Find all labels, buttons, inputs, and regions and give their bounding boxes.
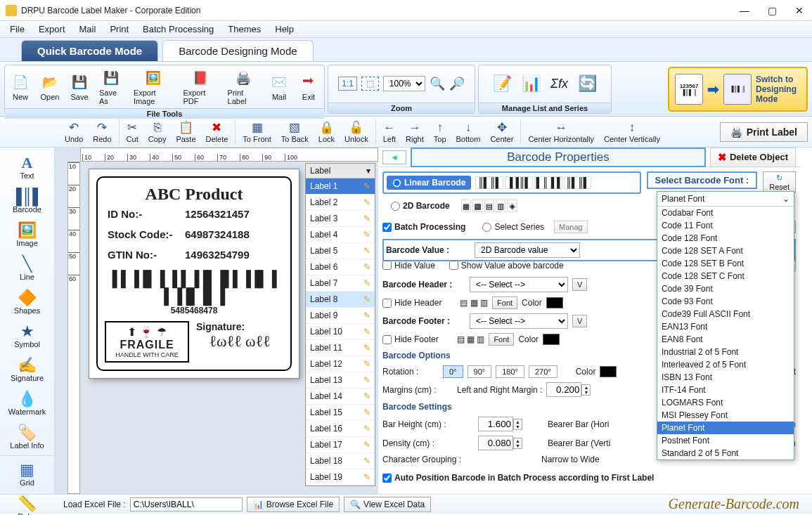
align-top-button[interactable]: ↑Top [430, 119, 451, 145]
saveas-button[interactable]: 💾Save As [96, 67, 127, 107]
footer-select[interactable]: <-- Select --> [470, 313, 568, 329]
menu-print[interactable]: Print [103, 22, 136, 37]
font-option[interactable]: Code 93 Font [657, 295, 794, 308]
label-list-item[interactable]: Label 3✎ [306, 211, 375, 227]
rot-90[interactable]: 90° [468, 365, 492, 378]
redo-button[interactable]: ↷Redo [89, 119, 115, 145]
tab-quick-barcode[interactable]: Quick Barcode Mode [21, 40, 158, 61]
tool-shapes[interactable]: 🔶Shapes [0, 285, 54, 319]
label-list-item[interactable]: Label 19✎ [306, 469, 375, 485]
zoom-in-icon[interactable]: 🔍 [430, 76, 445, 91]
align-right-button[interactable]: →Right [401, 119, 428, 145]
show-above-check[interactable]: Show Value above barcode [449, 261, 564, 270]
to-front-button[interactable]: ▦To Front [238, 119, 275, 145]
hide-header-check[interactable]: Hide Header [382, 298, 442, 308]
label-list-item[interactable]: Label 16✎ [306, 421, 375, 437]
linear-barcode-radio[interactable]: Linear Barcode [387, 176, 471, 190]
label-list-item[interactable]: Label 1✎ [306, 178, 375, 195]
zoom-out-icon[interactable]: 🔎 [449, 76, 465, 91]
tab-designing[interactable]: Barcode Designing Mode [162, 40, 313, 61]
close-button[interactable]: ✕ [792, 5, 806, 16]
barcode-font-dropdown[interactable]: Planet Font⌄ Codabar FontCode 11 FontCod… [657, 191, 794, 460]
save-button[interactable]: 💾Save [67, 71, 92, 103]
label-list-item[interactable]: Label 8✎ [306, 292, 375, 308]
label-list-item[interactable]: Label 4✎ [306, 227, 375, 243]
browse-excel-button[interactable]: 📊Browse Excel File [247, 497, 340, 512]
open-button[interactable]: 📂Open [37, 71, 63, 103]
header-select[interactable]: <-- Select --> [470, 277, 568, 292]
menu-export[interactable]: Export [32, 22, 72, 37]
exit-button[interactable]: ⮕Exit [296, 71, 321, 103]
font-option[interactable]: Standard 2 of 5 Font [657, 447, 794, 459]
tool-image[interactable]: 🖼️Image [0, 218, 54, 252]
export-pdf-button[interactable]: 📕Export PDF [180, 67, 220, 107]
unlock-button[interactable]: 🔓Unlock [340, 119, 373, 145]
header-color-swatch[interactable] [546, 297, 563, 308]
label-list-item[interactable]: Label 2✎ [306, 195, 375, 211]
font-option[interactable]: Industrial 2 of 5 Font [657, 346, 794, 358]
export-image-button[interactable]: 🖼️Export Image [131, 67, 176, 107]
hide-footer-check[interactable]: Hide Footer [382, 334, 439, 344]
label-list-item[interactable]: Label 18✎ [306, 453, 375, 469]
series-fx-icon[interactable]: Σfx [550, 77, 568, 91]
density-spinner[interactable]: ▲▼ [478, 436, 522, 450]
delete-button[interactable]: ✖Delete [202, 119, 233, 145]
rot-180[interactable]: 180° [496, 365, 524, 378]
footer-v-button[interactable]: V [572, 315, 587, 327]
bar-height-spinner[interactable]: ▲▼ [478, 417, 522, 431]
copy-button[interactable]: ⎘Copy [144, 119, 171, 145]
tool-grid[interactable]: ▦Grid [0, 457, 54, 491]
label-list-item[interactable]: Label 17✎ [306, 437, 375, 453]
label-list-item[interactable]: Label 13✎ [306, 372, 375, 389]
tool-signature[interactable]: ✍️Signature [0, 353, 54, 386]
label-list-item[interactable]: Label 20✎ [306, 485, 375, 486]
batch-processing-check[interactable]: Batch Processing [382, 222, 465, 232]
center-horiz-button[interactable]: ↔Center Horizontally [524, 119, 598, 145]
manage-button[interactable]: Manag [554, 221, 588, 233]
zoom-fit-icon[interactable]: 1:1 [338, 77, 357, 91]
mail-button[interactable]: ✉️Mail [266, 71, 292, 103]
barcode-color-swatch[interactable] [600, 366, 617, 377]
label-list-item[interactable]: Label 14✎ [306, 389, 375, 405]
label-list-item[interactable]: Label 15✎ [306, 405, 375, 421]
font-option[interactable]: LOGMARS Font [657, 396, 794, 409]
align-center-button[interactable]: ✥Center [486, 119, 517, 145]
tool-watermark[interactable]: 💧Watermark [0, 386, 54, 420]
label-list-item[interactable]: Label 6✎ [306, 259, 375, 275]
menu-mail[interactable]: Mail [72, 22, 103, 37]
menu-help[interactable]: Help [268, 22, 301, 37]
align-left-button[interactable]: ←Left [379, 119, 400, 145]
label-canvas[interactable]: ABC Product ID No:-12564321457 Stock Cod… [89, 169, 299, 379]
label-list-item[interactable]: Label 11✎ [306, 340, 375, 356]
label-list-item[interactable]: Label 5✎ [306, 243, 375, 259]
font-option[interactable]: ITF-14 Font [657, 384, 794, 396]
delete-object-button[interactable]: ✖Delete Object [710, 148, 796, 167]
series-edit-icon[interactable]: 📝 [493, 74, 512, 93]
font-option[interactable]: Postnet Font [657, 434, 794, 447]
back-button[interactable]: ◄ [382, 150, 406, 164]
print-label-main-button[interactable]: 🖨️Print Label [720, 122, 808, 142]
tool-symbol[interactable]: ★Symbol [0, 319, 54, 353]
font-option[interactable]: Code 128 Font [657, 232, 794, 245]
to-back-button[interactable]: ▧To Back [277, 119, 313, 145]
menu-batch[interactable]: Batch Processing [136, 22, 221, 37]
auto-position-check[interactable]: Auto Position Barcode in Batch Process a… [382, 473, 654, 483]
series-sync-icon[interactable]: 🔄 [578, 74, 597, 93]
cut-button[interactable]: ✂Cut [122, 119, 143, 145]
lr-margin-spinner[interactable]: ▲▼ [546, 382, 591, 397]
font-option[interactable]: EAN13 Font [657, 320, 794, 333]
font-option[interactable]: Code 11 Font [657, 219, 794, 232]
footer-color-swatch[interactable] [543, 334, 560, 345]
lock-button[interactable]: 🔒Lock [314, 119, 339, 145]
font-option[interactable]: ISBN 13 Font [657, 371, 794, 384]
center-vert-button[interactable]: ↕Center Vertically [600, 119, 664, 145]
minimize-button[interactable]: — [737, 5, 752, 16]
dropdown-icon[interactable]: ▾ [366, 166, 370, 176]
header-font-button[interactable]: Font [492, 296, 517, 309]
menu-themes[interactable]: Themes [221, 22, 268, 37]
label-list-item[interactable]: Label 10✎ [306, 324, 375, 340]
font-option[interactable]: Code39 Full ASCII Font [657, 308, 794, 320]
label-list-item[interactable]: Label 9✎ [306, 308, 375, 324]
paste-button[interactable]: 📋Paste [172, 119, 200, 145]
reset-button[interactable]: ↻Reset [763, 171, 796, 193]
